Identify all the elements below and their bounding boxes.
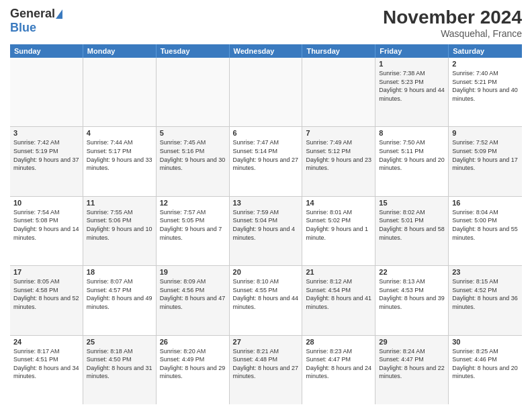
day-number-6: 6	[233, 129, 299, 137]
calendar-cell-2-6: 16Sunrise: 8:04 AM Sunset: 5:00 PM Dayli…	[449, 197, 522, 265]
day-number-12: 12	[160, 199, 226, 207]
calendar-cell-3-6: 23Sunrise: 8:15 AM Sunset: 4:52 PM Dayli…	[449, 266, 522, 334]
calendar: Sunday Monday Tuesday Wednesday Thursday…	[10, 44, 522, 404]
header-monday: Monday	[83, 44, 157, 58]
day-number-16: 16	[452, 199, 519, 207]
day-number-25: 25	[87, 338, 152, 346]
calendar-cell-2-2: 12Sunrise: 7:57 AM Sunset: 5:05 PM Dayli…	[157, 197, 230, 265]
logo-arrow-icon	[56, 9, 62, 19]
calendar-cell-4-6: 30Sunrise: 8:25 AM Sunset: 4:46 PM Dayli…	[449, 336, 522, 404]
day-info-11: Sunrise: 7:55 AM Sunset: 5:06 PM Dayligh…	[87, 208, 152, 242]
day-info-14: Sunrise: 8:01 AM Sunset: 5:02 PM Dayligh…	[306, 208, 371, 242]
calendar-row-0: 1Sunrise: 7:38 AM Sunset: 5:23 PM Daylig…	[10, 58, 522, 127]
day-number-13: 13	[233, 199, 299, 207]
calendar-cell-4-2: 26Sunrise: 8:20 AM Sunset: 4:49 PM Dayli…	[157, 336, 230, 404]
calendar-cell-1-4: 7Sunrise: 7:49 AM Sunset: 5:12 PM Daylig…	[302, 127, 375, 195]
day-number-20: 20	[233, 268, 299, 276]
day-info-2: Sunrise: 7:40 AM Sunset: 5:21 PM Dayligh…	[452, 69, 519, 103]
day-number-29: 29	[379, 338, 445, 346]
day-number-2: 2	[452, 60, 519, 68]
logo-blue-text: Blue	[10, 21, 36, 34]
day-info-20: Sunrise: 8:10 AM Sunset: 4:55 PM Dayligh…	[233, 277, 299, 311]
logo: General Blue	[10, 7, 62, 35]
calendar-cell-4-0: 24Sunrise: 8:17 AM Sunset: 4:51 PM Dayli…	[10, 336, 83, 404]
calendar-cell-2-1: 11Sunrise: 7:55 AM Sunset: 5:06 PM Dayli…	[83, 197, 157, 265]
calendar-cell-4-5: 29Sunrise: 8:24 AM Sunset: 4:47 PM Dayli…	[375, 336, 449, 404]
day-info-1: Sunrise: 7:38 AM Sunset: 5:23 PM Dayligh…	[379, 69, 445, 103]
calendar-cell-3-5: 22Sunrise: 8:13 AM Sunset: 4:53 PM Dayli…	[375, 266, 449, 334]
day-info-16: Sunrise: 8:04 AM Sunset: 5:00 PM Dayligh…	[452, 208, 519, 242]
calendar-cell-1-3: 6Sunrise: 7:47 AM Sunset: 5:14 PM Daylig…	[230, 127, 303, 195]
day-number-30: 30	[452, 338, 519, 346]
day-info-24: Sunrise: 8:17 AM Sunset: 4:51 PM Dayligh…	[13, 347, 79, 381]
calendar-cell-3-2: 19Sunrise: 8:09 AM Sunset: 4:56 PM Dayli…	[157, 266, 230, 334]
day-number-14: 14	[306, 199, 371, 207]
day-info-29: Sunrise: 8:24 AM Sunset: 4:47 PM Dayligh…	[379, 347, 445, 381]
calendar-cell-1-2: 5Sunrise: 7:45 AM Sunset: 5:16 PM Daylig…	[157, 127, 230, 195]
day-info-19: Sunrise: 8:09 AM Sunset: 4:56 PM Dayligh…	[160, 277, 226, 311]
day-number-18: 18	[87, 268, 152, 276]
header: General Blue November 2024 Wasquehal, Fr…	[10, 7, 522, 39]
day-info-9: Sunrise: 7:52 AM Sunset: 5:09 PM Dayligh…	[452, 138, 519, 172]
calendar-cell-0-5: 1Sunrise: 7:38 AM Sunset: 5:23 PM Daylig…	[375, 58, 449, 126]
day-number-3: 3	[13, 129, 79, 137]
day-info-10: Sunrise: 7:54 AM Sunset: 5:08 PM Dayligh…	[13, 208, 79, 242]
calendar-cell-0-2	[157, 58, 230, 126]
day-info-30: Sunrise: 8:25 AM Sunset: 4:46 PM Dayligh…	[452, 347, 519, 381]
day-number-27: 27	[233, 338, 299, 346]
day-number-10: 10	[13, 199, 79, 207]
logo-general-text: General	[10, 7, 55, 21]
calendar-cell-1-6: 9Sunrise: 7:52 AM Sunset: 5:09 PM Daylig…	[449, 127, 522, 195]
day-info-22: Sunrise: 8:13 AM Sunset: 4:53 PM Dayligh…	[379, 277, 445, 311]
calendar-row-1: 3Sunrise: 7:42 AM Sunset: 5:19 PM Daylig…	[10, 127, 522, 196]
day-info-6: Sunrise: 7:47 AM Sunset: 5:14 PM Dayligh…	[233, 138, 299, 172]
day-info-17: Sunrise: 8:05 AM Sunset: 4:58 PM Dayligh…	[13, 277, 79, 311]
day-number-1: 1	[379, 60, 445, 68]
header-thursday: Thursday	[302, 44, 375, 58]
calendar-cell-4-4: 28Sunrise: 8:23 AM Sunset: 4:47 PM Dayli…	[302, 336, 375, 404]
calendar-cell-4-1: 25Sunrise: 8:18 AM Sunset: 4:50 PM Dayli…	[83, 336, 157, 404]
main-title: November 2024	[383, 7, 522, 28]
day-number-4: 4	[87, 129, 152, 137]
day-number-22: 22	[379, 268, 445, 276]
calendar-cell-2-0: 10Sunrise: 7:54 AM Sunset: 5:08 PM Dayli…	[10, 197, 83, 265]
header-wednesday: Wednesday	[230, 44, 303, 58]
day-info-5: Sunrise: 7:45 AM Sunset: 5:16 PM Dayligh…	[160, 138, 226, 172]
day-number-21: 21	[306, 268, 371, 276]
day-info-28: Sunrise: 8:23 AM Sunset: 4:47 PM Dayligh…	[306, 347, 371, 381]
day-number-11: 11	[87, 199, 152, 207]
day-info-4: Sunrise: 7:44 AM Sunset: 5:17 PM Dayligh…	[87, 138, 152, 172]
day-info-3: Sunrise: 7:42 AM Sunset: 5:19 PM Dayligh…	[13, 138, 79, 172]
header-tuesday: Tuesday	[157, 44, 230, 58]
header-saturday: Saturday	[449, 44, 522, 58]
calendar-cell-4-3: 27Sunrise: 8:21 AM Sunset: 4:48 PM Dayli…	[230, 336, 303, 404]
calendar-cell-2-5: 15Sunrise: 8:02 AM Sunset: 5:01 PM Dayli…	[375, 197, 449, 265]
day-number-9: 9	[452, 129, 519, 137]
day-number-26: 26	[160, 338, 226, 346]
calendar-cell-3-4: 21Sunrise: 8:12 AM Sunset: 4:54 PM Dayli…	[302, 266, 375, 334]
calendar-cell-1-5: 8Sunrise: 7:50 AM Sunset: 5:11 PM Daylig…	[375, 127, 449, 195]
calendar-header: Sunday Monday Tuesday Wednesday Thursday…	[10, 44, 522, 58]
calendar-cell-2-3: 13Sunrise: 7:59 AM Sunset: 5:04 PM Dayli…	[230, 197, 303, 265]
day-number-17: 17	[13, 268, 79, 276]
calendar-row-4: 24Sunrise: 8:17 AM Sunset: 4:51 PM Dayli…	[10, 336, 522, 404]
title-section: November 2024 Wasquehal, France	[383, 7, 522, 39]
day-info-15: Sunrise: 8:02 AM Sunset: 5:01 PM Dayligh…	[379, 208, 445, 242]
calendar-cell-0-4	[302, 58, 375, 126]
calendar-cell-1-0: 3Sunrise: 7:42 AM Sunset: 5:19 PM Daylig…	[10, 127, 83, 195]
calendar-cell-1-1: 4Sunrise: 7:44 AM Sunset: 5:17 PM Daylig…	[83, 127, 157, 195]
header-friday: Friday	[375, 44, 449, 58]
calendar-cell-3-3: 20Sunrise: 8:10 AM Sunset: 4:55 PM Dayli…	[230, 266, 303, 334]
header-sunday: Sunday	[10, 44, 83, 58]
day-number-23: 23	[452, 268, 519, 276]
day-info-27: Sunrise: 8:21 AM Sunset: 4:48 PM Dayligh…	[233, 347, 299, 381]
day-info-21: Sunrise: 8:12 AM Sunset: 4:54 PM Dayligh…	[306, 277, 371, 311]
day-info-25: Sunrise: 8:18 AM Sunset: 4:50 PM Dayligh…	[87, 347, 152, 381]
day-info-13: Sunrise: 7:59 AM Sunset: 5:04 PM Dayligh…	[233, 208, 299, 242]
day-info-26: Sunrise: 8:20 AM Sunset: 4:49 PM Dayligh…	[160, 347, 226, 381]
day-number-19: 19	[160, 268, 226, 276]
calendar-cell-2-4: 14Sunrise: 8:01 AM Sunset: 5:02 PM Dayli…	[302, 197, 375, 265]
day-number-7: 7	[306, 129, 371, 137]
day-info-12: Sunrise: 7:57 AM Sunset: 5:05 PM Dayligh…	[160, 208, 226, 242]
day-number-28: 28	[306, 338, 371, 346]
